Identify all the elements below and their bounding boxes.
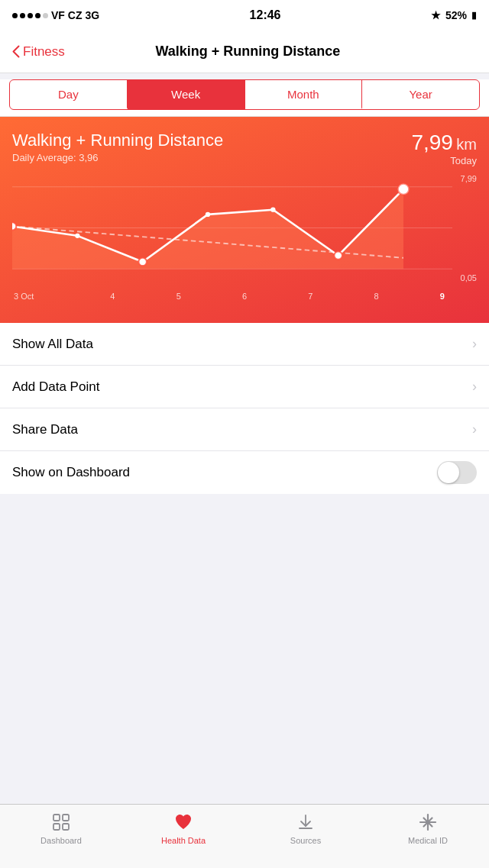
chart-card: Walking + Running Distance Daily Average… [0, 117, 489, 323]
tab-medical-id[interactable]: Medical ID [367, 811, 489, 845]
svg-point-6 [75, 234, 79, 238]
x-label-3: 6 [212, 292, 277, 301]
carrier: VF CZ [51, 9, 82, 21]
segment-year[interactable]: Year [362, 80, 479, 109]
status-bar: VF CZ 3G 12:46 ★ 52% ▮ [0, 0, 489, 31]
tab-medical-id-label: Medical ID [408, 836, 448, 845]
svg-rect-15 [63, 824, 69, 830]
svg-rect-13 [63, 815, 69, 821]
x-label-6: 9 [410, 292, 475, 301]
toggle-thumb [438, 462, 459, 483]
chart-value-unit: km [456, 136, 477, 153]
svg-rect-12 [53, 815, 60, 821]
svg-point-9 [270, 208, 275, 212]
medical-id-icon [416, 811, 439, 834]
x-label-4: 7 [277, 292, 343, 301]
sources-icon [294, 811, 317, 834]
tab-dashboard[interactable]: Dashboard [0, 811, 122, 845]
tab-dashboard-label: Dashboard [40, 836, 82, 845]
x-label-2: 5 [146, 292, 212, 301]
list-item-share[interactable]: Share Data › [0, 408, 489, 451]
segment-control: Day Week Month Year [9, 79, 480, 110]
svg-marker-3 [12, 189, 403, 269]
tab-bar: Dashboard Health Data Sources [0, 804, 489, 868]
x-labels: 3 Oct 4 5 6 7 8 9 [12, 292, 477, 301]
x-label-1: 4 [79, 292, 145, 301]
segment-control-wrapper: Day Week Month Year [0, 79, 489, 117]
back-button[interactable]: Fitness [12, 44, 65, 60]
dashboard-icon [50, 811, 73, 834]
health-data-icon [172, 811, 195, 834]
list-item-dashboard[interactable]: Show on Dashboard [0, 451, 489, 494]
svg-point-5 [12, 222, 16, 230]
svg-point-10 [334, 252, 342, 260]
list-item-share-label: Share Data [12, 422, 78, 437]
nav-bar: Fitness Walking + Running Distance [0, 31, 489, 73]
signal-dots [12, 13, 48, 18]
x-label-0: 3 Oct [14, 292, 79, 301]
bluetooth-icon: ★ [431, 9, 441, 21]
tab-health-data[interactable]: Health Data [122, 811, 244, 845]
dot4 [35, 13, 40, 18]
chart-min-label: 0,05 [461, 273, 477, 282]
chevron-icon-1: › [472, 379, 477, 395]
segment-week[interactable]: Week [128, 80, 245, 109]
tab-sources[interactable]: Sources [244, 811, 367, 845]
chart-value-top: 7,99 km Today [411, 131, 477, 166]
dot5 [43, 13, 48, 18]
chevron-icon-0: › [472, 336, 477, 352]
tab-sources-label: Sources [290, 836, 321, 845]
list-item-add-data[interactable]: Add Data Point › [0, 366, 489, 408]
chart-value-main: 7,99 [411, 131, 453, 154]
status-left: VF CZ 3G [12, 9, 99, 21]
list-item-show-all[interactable]: Show All Data › [0, 323, 489, 366]
x-label-5: 8 [343, 292, 409, 301]
back-label: Fitness [23, 44, 65, 60]
chart-max-label: 7,99 [461, 174, 477, 183]
tab-health-data-label: Health Data [161, 836, 206, 845]
chart-title: Walking + Running Distance [12, 131, 477, 150]
svg-rect-14 [53, 824, 60, 830]
chevron-icon-2: › [472, 421, 477, 437]
dot1 [12, 13, 18, 18]
battery-icon: ▮ [471, 10, 477, 21]
show-dashboard-toggle[interactable] [437, 461, 477, 484]
status-time: 12:46 [250, 8, 281, 22]
list-item-add-data-label: Add Data Point [12, 379, 99, 395]
chart-value-label: Today [411, 155, 477, 166]
nav-title: Walking + Running Distance [65, 44, 431, 60]
segment-day[interactable]: Day [10, 80, 128, 109]
status-right: ★ 52% ▮ [431, 9, 477, 21]
chart-area: 7,99 0,05 3 Oct 4 [12, 171, 477, 301]
svg-point-8 [206, 212, 210, 217]
battery-level: 52% [445, 9, 467, 21]
dot3 [28, 13, 33, 18]
segment-month[interactable]: Month [245, 80, 363, 109]
chart-svg [12, 171, 477, 286]
bottom-spacer [0, 494, 489, 558]
svg-point-11 [398, 184, 410, 195]
network: 3G [85, 9, 99, 21]
back-chevron-icon [12, 45, 20, 58]
list-item-dashboard-label: Show on Dashboard [12, 465, 130, 480]
dot2 [20, 13, 25, 18]
svg-point-7 [138, 258, 147, 266]
chart-subtitle: Daily Average: 3,96 [12, 152, 477, 163]
list-item-show-all-label: Show All Data [12, 337, 93, 352]
list-section: Show All Data › Add Data Point › Share D… [0, 323, 489, 494]
